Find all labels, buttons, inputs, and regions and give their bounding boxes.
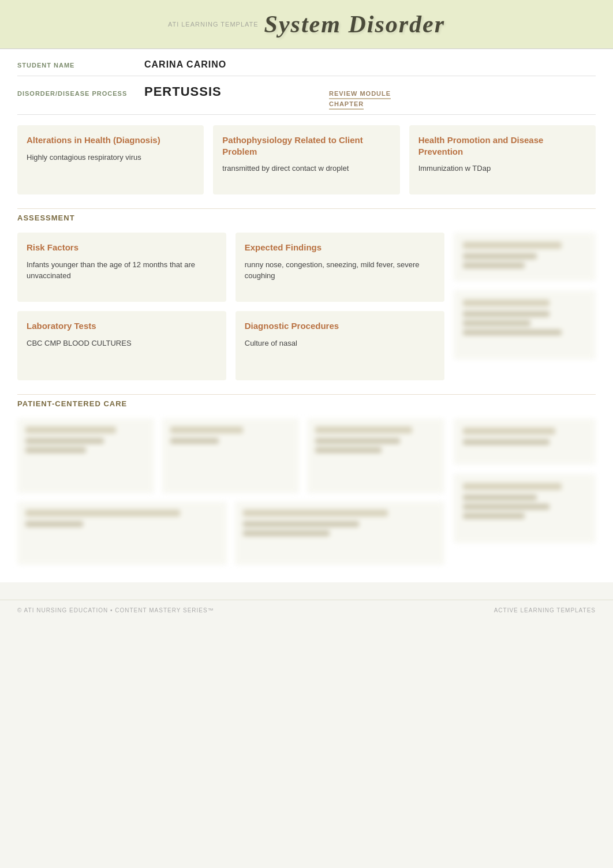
pcc-card-4	[17, 502, 227, 565]
assessment-header: ASSESSMENT	[17, 208, 596, 225]
card-risk-factors-content: Infants younger than the age of 12 month…	[27, 259, 217, 282]
pcc-card-2	[162, 418, 299, 493]
disorder-value: PERTUSSIS	[144, 84, 329, 99]
card-expected-findings-title: Expected Findings	[245, 242, 435, 253]
card-lab-tests-title: Laboratory Tests	[27, 320, 217, 332]
card-diagnostic-title: Diagnostic Procedures	[245, 320, 435, 332]
card-diagnosis: Alterations in Health (Diagnosis) Highly…	[17, 125, 204, 194]
footer: © ATI NURSING EDUCATION • CONTENT MASTER…	[0, 600, 613, 620]
pcc-side-card-1	[454, 418, 596, 465]
card-health-promotion-title: Health Promotion and Disease Prevention	[418, 134, 586, 157]
assessment-side	[454, 233, 596, 380]
assessment-layout: Risk Factors Infants younger than the ag…	[17, 233, 596, 380]
card-expected-findings-content: runny nose, congestion, sneezing, mild f…	[245, 259, 435, 282]
assessment-row-2: Laboratory Tests CBC CMP BLOOD CULTURES …	[17, 311, 444, 380]
card-lab-tests: Laboratory Tests CBC CMP BLOOD CULTURES	[17, 311, 226, 380]
student-name-value: CARINA CARINO	[144, 59, 226, 70]
assessment-main: Risk Factors Infants younger than the ag…	[17, 233, 444, 380]
pcc-card-3	[307, 418, 444, 493]
pcc-card-1	[17, 418, 154, 493]
card-diagnosis-content: Highly contagious respiratory virus	[27, 152, 195, 163]
student-name-label: STUDENT NAME	[17, 62, 144, 69]
top-cards-row: Alterations in Health (Diagnosis) Highly…	[17, 125, 596, 194]
pcc-top-row	[17, 418, 444, 493]
main-content: STUDENT NAME CARINA CARINO DISORDER/DISE…	[0, 49, 613, 582]
card-diagnostic-content: Culture of nasal	[245, 338, 435, 349]
footer-right: ACTIVE LEARNING TEMPLATES	[494, 607, 596, 613]
card-pathophysiology-content: transmitted by direct contact w droplet	[222, 163, 390, 174]
card-diagnostic: Diagnostic Procedures Culture of nasal	[236, 311, 444, 380]
card-expected-findings: Expected Findings runny nose, congestion…	[236, 233, 444, 302]
student-name-row: STUDENT NAME CARINA CARINO	[17, 49, 596, 76]
card-risk-factors: Risk Factors Infants younger than the ag…	[17, 233, 226, 302]
pcc-bottom-row	[17, 502, 444, 565]
pcc-card-5	[235, 502, 444, 565]
card-pathophysiology-title: Pathophysiology Related to Client Proble…	[222, 134, 390, 157]
pcc-section: PATIENT-CENTERED CARE	[17, 394, 596, 565]
pcc-side	[454, 418, 596, 565]
blurred-card-1	[454, 233, 596, 281]
header-subtitle: ATI LEARNING TEMPLATE	[168, 21, 259, 28]
assessment-row-1: Risk Factors Infants younger than the ag…	[17, 233, 444, 302]
header-title: System Disorder	[264, 10, 446, 38]
footer-left: © ATI NURSING EDUCATION • CONTENT MASTER…	[17, 607, 214, 613]
pcc-side-card-2	[454, 474, 596, 543]
card-health-promotion: Health Promotion and Disease Prevention …	[409, 125, 596, 194]
pcc-main	[17, 418, 444, 565]
blurred-card-2	[454, 290, 596, 360]
pcc-layout	[17, 418, 596, 565]
card-diagnosis-title: Alterations in Health (Diagnosis)	[27, 134, 195, 146]
card-risk-factors-title: Risk Factors	[27, 242, 217, 253]
card-health-promotion-content: Immunization w TDap	[418, 163, 586, 174]
disorder-label: DISORDER/DISEASE PROCESS	[17, 90, 144, 97]
review-module-label: REVIEW MODULECHAPTER	[329, 90, 391, 110]
disorder-row: DISORDER/DISEASE PROCESS PERTUSSIS REVIE…	[17, 76, 596, 115]
header-banner: ATI LEARNING TEMPLATE System Disorder	[0, 0, 613, 49]
card-pathophysiology: Pathophysiology Related to Client Proble…	[213, 125, 399, 194]
pcc-header: PATIENT-CENTERED CARE	[17, 394, 596, 410]
review-module: REVIEW MODULECHAPTER	[329, 88, 391, 108]
assessment-section: ASSESSMENT Risk Factors Infants younger …	[17, 208, 596, 380]
card-lab-tests-content: CBC CMP BLOOD CULTURES	[27, 338, 217, 349]
